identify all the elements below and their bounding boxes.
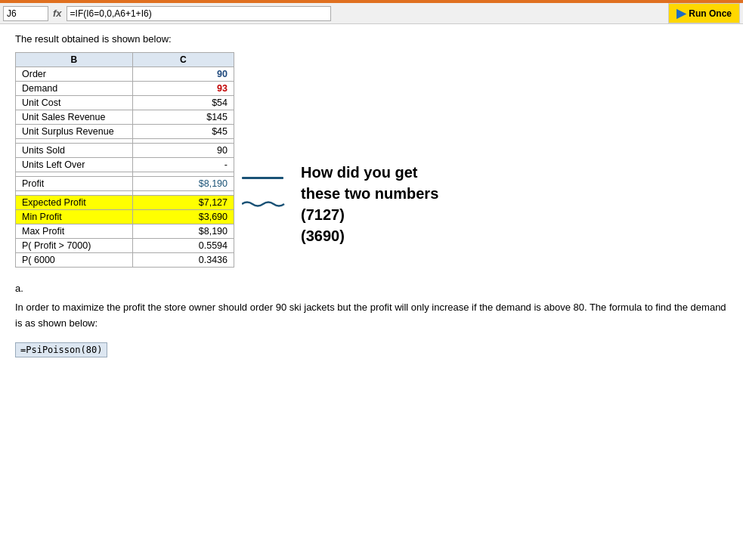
table-label-15: P( 6000 [16, 253, 133, 268]
table-value-11: $7,127 [132, 196, 234, 210]
annotation-line4: (3690) [301, 225, 438, 246]
expected-profit-arrow [242, 177, 283, 179]
table-label-13: Max Profit [16, 224, 133, 239]
table-value-1: 93 [132, 82, 234, 96]
table-value-15: 0.3436 [132, 253, 234, 268]
table-value-2: $54 [132, 96, 234, 110]
table-value-12: $3,690 [132, 210, 234, 224]
table-label-14: P( Profit > 7000) [16, 239, 133, 253]
table-label-9: Profit [16, 177, 133, 191]
table-value-0: 90 [132, 67, 234, 82]
min-profit-arrow [242, 200, 286, 208]
table-label-1: Demand [16, 82, 133, 96]
table-value-3: $145 [132, 110, 234, 125]
annotation-question: How did you get these two numbers (7127)… [301, 162, 438, 246]
table-value-13: $8,190 [132, 224, 234, 239]
bottom-paragraph: In order to maximize the profit the stor… [15, 300, 728, 332]
col-c-header: C [132, 53, 234, 67]
formula-bar: J6 fx =IF(I6=0,0,A6+1+I6) ▶ Run Once [0, 3, 743, 24]
table-label-2: Unit Cost [16, 96, 133, 110]
table-value-4: $45 [132, 125, 234, 139]
formula-snippet: =PsiPoisson(80) [15, 342, 107, 357]
table-label-7: Units Left Over [16, 158, 133, 172]
formula-input[interactable]: =IF(I6=0,0,A6+1+I6) [67, 6, 331, 21]
table-value-14: 0.5594 [132, 239, 234, 253]
annotation-line1: How did you get [301, 162, 438, 183]
spreadsheet-table: B C Order 90 Demand 93 Unit Cost $54 Uni… [15, 52, 234, 268]
arrows-section [242, 177, 286, 208]
table-label-3: Unit Sales Revenue [16, 110, 133, 125]
annotation-line2: these two numbers [301, 183, 438, 204]
run-once-button[interactable]: ▶ Run Once [668, 3, 740, 23]
annotation-line3: (7127) [301, 204, 438, 225]
table-value-9: $8,190 [132, 177, 234, 191]
formula-icon: fx [53, 8, 62, 19]
run-once-arrow-icon: ▶ [676, 6, 686, 20]
table-value-7: - [132, 158, 234, 172]
table-label-0: Order [16, 67, 133, 82]
table-label-4: Unit Surplus Revenue [16, 125, 133, 139]
bottom-label: a. [15, 283, 728, 294]
table-label-12: Min Profit [16, 210, 133, 224]
main-content: The result obtained is shown below: B C … [0, 24, 743, 367]
bottom-section: a. In order to maximize the profit the s… [15, 283, 728, 357]
cell-reference: J6 [3, 6, 48, 21]
spreadsheet-table-section: B C Order 90 Demand 93 Unit Cost $54 Uni… [15, 52, 234, 268]
table-value-6: 90 [132, 144, 234, 158]
result-text: The result obtained is shown below: [15, 33, 728, 45]
run-once-label: Run Once [689, 8, 732, 19]
table-label-11: Expected Profit [16, 196, 133, 210]
col-b-header: B [16, 53, 133, 67]
table-label-6: Units Sold [16, 144, 133, 158]
